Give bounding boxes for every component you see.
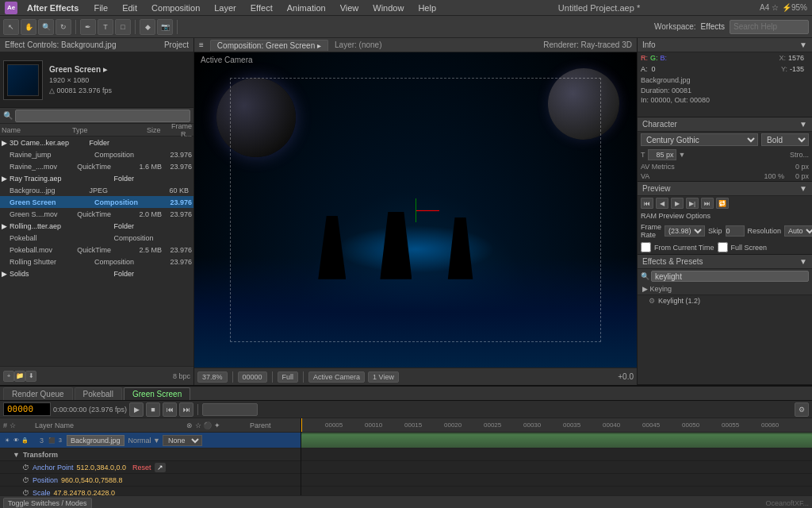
parent-header: Parent [250,421,297,429]
timeline-end-btn[interactable]: ⏭ [179,402,193,417]
list-item[interactable]: Ravine_jump Composition 23.976 [0,148,193,160]
layer-name[interactable]: Background.jpg [67,435,124,446]
list-item[interactable]: ▶ Rolling...tter.aep Folder [0,220,193,232]
tool-rotate[interactable]: ↻ [56,19,71,35]
tool-text[interactable]: T [98,19,113,35]
menu-help[interactable]: Help [416,3,439,13]
tab-pokeball[interactable]: Pokeball [75,387,122,400]
frame-rate-selector[interactable]: (23.98) [665,225,705,237]
timeline-search-input[interactable] [202,403,258,416]
last-frame-button[interactable]: ⏭ [701,198,714,209]
effects-search-input[interactable] [651,271,809,282]
from-current-time-checkbox[interactable] [641,242,651,252]
visibility-icon[interactable]: 👁 [12,437,20,444]
effects-panel-expand[interactable]: ▼ [799,257,807,266]
vt-sep-2 [272,371,273,383]
stopwatch-anchor-icon[interactable]: ⏱ [22,464,29,471]
layer-parent-selector[interactable]: None [163,435,202,446]
zoom-display[interactable]: 37.8% [197,371,228,383]
list-item[interactable]: Pokeball.mov QuickTime 2.5 MB 23.976 [0,244,193,256]
tab-green-screen[interactable]: Green Screen [124,387,190,400]
scale-row[interactable]: ⏱ Scale 47.8,2478.0,2428.0 [0,487,301,495]
new-composition-button[interactable]: + [3,371,14,382]
list-item[interactable]: ▶ Ray Tracing.aep Folder [0,172,193,184]
first-frame-button[interactable]: ⏮ [641,198,653,209]
menu-effect[interactable]: Effect [248,3,275,13]
timecode-display[interactable]: 00000 [238,371,267,383]
viewport[interactable]: Active Camera [194,52,637,368]
camera-selector[interactable]: Active Camera [308,371,365,383]
skip-input[interactable] [726,225,745,237]
tool-puppet[interactable]: ◆ [140,19,155,35]
list-item[interactable]: Ravine_....mov QuickTime 1.6 MB 23.976 [0,160,193,172]
tool-shape[interactable]: □ [115,19,131,35]
keylight-effect-item[interactable]: ⚙ Keylight (1.2) [638,295,812,306]
project-search-input[interactable] [15,110,190,122]
position-row[interactable]: ⏱ Position 960.0,540.0,7588.8 [0,474,301,487]
list-item[interactable]: ▶ Solids Folder [0,267,193,279]
lock-icon[interactable]: 🔒 [21,437,29,444]
battery-indicator: ⚡95% [782,3,807,12]
timeline-home-btn[interactable]: ⏮ [163,402,177,417]
tool-hand[interactable]: ✋ [21,19,36,35]
tool-camera[interactable]: 📷 [157,19,173,35]
duration-info: Duration: 00081 [638,86,812,95]
play-button[interactable]: ▶ [671,198,684,209]
list-item[interactable]: Pokeball Composition [0,232,193,244]
list-item[interactable]: Rolling Shutter Composition 23.976 [0,256,193,267]
timeline-section: Render Queue Pokeball Green Screen 00000… [0,385,812,508]
timeline-settings-btn[interactable]: ⚙ [795,402,809,417]
reset-btn[interactable]: Reset [132,464,151,471]
character-panel-expand[interactable]: ▼ [799,120,807,129]
search-input[interactable] [730,20,809,34]
layer-info: Layer: (none) [335,40,381,49]
resolution-selector[interactable]: Auto [784,225,812,237]
solo-icon[interactable]: ☀ [3,437,11,444]
menu-composition[interactable]: Composition [149,3,202,13]
timeline-play-btn[interactable]: ▶ [129,402,144,417]
import-button[interactable]: ⬇ [25,371,36,382]
new-folder-button[interactable]: 📁 [14,371,25,382]
preview-panel-expand[interactable]: ▼ [799,184,807,193]
tool-pen[interactable]: ✒ [80,19,96,35]
scale-value: 47.8,2478.0,2428.0 [54,489,116,496]
character-panel: Character ▼ Century Gothic Bold T ▼ Stro… [638,117,812,182]
font-style-selector[interactable]: Bold [761,133,809,146]
next-frame-button[interactable]: ▶| [686,198,699,209]
anchor-point-row[interactable]: ⏱ Anchor Point 512.0,384.0,0.0 Reset ↗ [0,461,301,474]
menu-view[interactable]: View [338,3,362,13]
transform-row[interactable]: ▼ Transform [0,448,301,461]
views-selector[interactable]: 1 View [368,371,399,383]
tab-render-queue[interactable]: Render Queue [3,387,73,400]
full-screen-checkbox[interactable] [718,242,728,252]
list-item[interactable]: Backgrou...jpg JPEG 60 KB [0,184,193,196]
toggle-switches-button[interactable]: Toggle Switches / Modes [3,498,92,509]
effect-item-name: Keylight (1.2) [658,297,700,305]
list-item[interactable]: ▶ 3D Came...ker.aep Folder [0,137,193,148]
menu-edit[interactable]: Edit [120,3,140,13]
comp-tab[interactable]: Composition: Green Screen ▸ [210,40,328,51]
stopwatch-position-icon[interactable]: ⏱ [22,476,29,484]
tool-zoom[interactable]: 🔍 [38,19,54,35]
menu-layer[interactable]: Layer [212,3,239,13]
prev-frame-button[interactable]: ◀ [656,198,668,209]
menu-animation[interactable]: Animation [285,3,328,13]
menu-file[interactable]: File [91,3,110,13]
px-label: ▼ [679,151,686,159]
playhead[interactable] [301,418,302,432]
quality-selector[interactable]: Full [278,371,299,383]
track-bar[interactable] [301,433,812,448]
menu-window[interactable]: Window [370,3,406,13]
timeline-stop-btn[interactable]: ■ [146,402,160,417]
font-selector[interactable]: Century Gothic [641,133,758,146]
stopwatch-scale-icon[interactable]: ⏱ [22,489,29,496]
preview-panel: Preview ▼ ⏮ ◀ ▶ ▶| ⏭ 🔁 RAM Preview Optio… [638,182,812,255]
list-item-green-screen[interactable]: Green Screen Composition 23.976 [0,196,193,208]
list-item[interactable]: Green S....mov QuickTime 2.0 MB 23.976 [0,208,193,220]
tool-select[interactable]: ↖ [3,19,19,35]
main-area: Effect Controls: Background.jpg Project … [0,38,812,385]
info-panel-expand[interactable]: ▼ [799,40,807,49]
loop-button[interactable]: 🔁 [716,198,729,209]
layer-row[interactable]: ☀ 👁 🔒 3 ⬛ 3 Background.jpg Normal ▼ None [0,433,301,448]
font-size-input[interactable] [648,149,676,160]
